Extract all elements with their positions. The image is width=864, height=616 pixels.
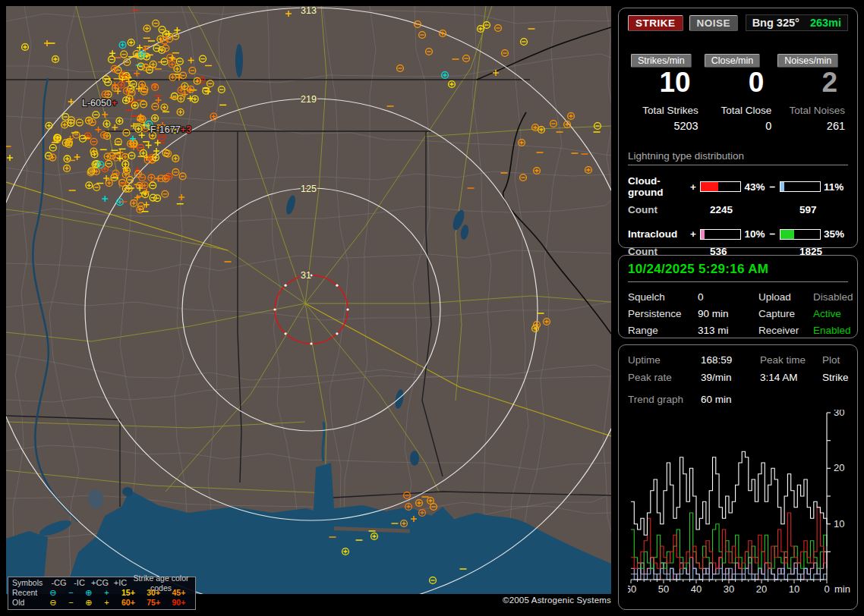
map-legend: Symbols -CG -IC +CG +IC Strike age color… [8, 577, 196, 610]
trend-chart: 1020306050403020100min [628, 410, 848, 602]
range-ring-label: 31 [301, 270, 311, 281]
bearing-value: Bng 325° [752, 17, 799, 29]
ic-neg-bar [780, 229, 821, 240]
cg-pos-bar [700, 181, 741, 192]
cg-pos-count: 2245 [710, 204, 799, 215]
svg-text:min: min [834, 583, 850, 595]
svg-text:0: 0 [824, 583, 829, 595]
strikes-per-min-value: 10 [631, 68, 698, 98]
close-per-min-value: 0 [705, 68, 772, 98]
range-ring-label: 313 [301, 6, 317, 16]
strike-toggle-button[interactable]: STRIKE [628, 15, 683, 31]
svg-text:30: 30 [834, 410, 844, 418]
bearing-readout: Bng 325° 263mi [746, 14, 848, 31]
cloud-ground-count-row: Count 2245 597 [628, 204, 848, 215]
pos-ic-old-icon: + [98, 598, 116, 608]
neg-ic-old-icon: − [62, 598, 80, 608]
peak-time-value: 3:14 AM [760, 372, 822, 383]
intracloud-label: Intracloud [628, 228, 689, 240]
pos-cg-recent-icon: ⊕ [80, 588, 98, 598]
trend-panel: Uptime 168:59 Peak time Plot Peak rate 3… [618, 344, 858, 610]
receiver-label: Receiver [758, 325, 813, 336]
ic-pos-pct: 10% [744, 228, 768, 240]
svg-text:20: 20 [834, 462, 844, 473]
plus-sign: + [689, 181, 697, 193]
capture-label: Capture [758, 308, 813, 319]
distribution-title: Lightning type distribution [628, 150, 848, 165]
status-panel: 10/24/2025 5:29:16 AM Squelch 0 Upload D… [618, 255, 858, 338]
cg-neg-bar [780, 181, 821, 192]
svg-text:50: 50 [658, 583, 669, 595]
plot-value: Strike [822, 372, 849, 383]
ic-neg-pct: 35% [824, 228, 848, 240]
trend-chart-canvas: 1020306050403020100min [628, 410, 856, 599]
total-noises-label: Total Noises [777, 105, 845, 116]
svg-text:10: 10 [789, 583, 799, 595]
minus-sign: − [769, 181, 777, 193]
uptime-value: 168:59 [701, 354, 760, 366]
upload-status: Disabled [813, 291, 853, 303]
squelch-value: 0 [698, 291, 758, 303]
bearing-distance: 263mi [810, 17, 841, 29]
range-value: 313 mi [698, 325, 758, 336]
svg-text:30: 30 [724, 583, 734, 595]
peak-rate-label: Peak rate [628, 372, 701, 383]
legend-col-pic: +IC [110, 578, 131, 588]
legend-recent-row: Recent ⊖ − ⊕ + 15+ 30+ 45+ [12, 588, 191, 598]
total-close-value: 0 [705, 120, 772, 132]
legend-header-row: Symbols -CG -IC +CG +IC Strike age color… [12, 578, 191, 588]
storm-cell-label: L-6050+ [82, 98, 117, 108]
capture-status: Active [813, 308, 853, 319]
receiver-status: Enabled [813, 325, 853, 336]
svg-text:40: 40 [691, 583, 702, 595]
svg-text:10: 10 [834, 518, 844, 530]
noises-per-min-value: 2 [777, 68, 845, 98]
strikes-per-min-column: Strikes/min 10 Total Strikes 5203 [628, 54, 702, 132]
persistence-label: Persistence [628, 308, 698, 319]
peak-rate-value: 39/min [701, 372, 760, 383]
age-15: 15+ [115, 588, 140, 598]
neg-cg-recent-icon: ⊖ [44, 588, 62, 598]
pos-cg-old-icon: ⊕ [80, 598, 98, 608]
legend-col-ncg: -CG [49, 578, 69, 588]
svg-text:60: 60 [628, 583, 636, 595]
intracloud-row: Intracloud + 10% − 35% [628, 228, 848, 240]
plot-label: Plot [822, 354, 849, 366]
age-90: 90+ [166, 598, 191, 608]
datetime-readout: 10/24/2025 5:29:16 AM [628, 262, 848, 282]
nexstorm-app: { "header": { "strike_btn": "STRIKE", "n… [0, 0, 864, 616]
legend-col-nic: -IC [69, 578, 90, 588]
range-ring-label: 125 [301, 184, 317, 194]
legend-old-row: Old ⊖ − ⊕ + 60+ 75+ 90+ [12, 598, 191, 608]
persistence-value: 90 min [698, 308, 758, 319]
trend-graph-label: Trend graph [628, 394, 701, 405]
storm-cell-label: F-1677+3 [150, 124, 191, 135]
total-strikes-label: Total Strikes [631, 105, 698, 116]
strikes-per-min-chip: Strikes/min [631, 54, 692, 68]
cg-neg-count: 597 [799, 204, 817, 215]
ic-pos-bar [700, 229, 741, 240]
total-noises-value: 261 [777, 120, 845, 132]
map-canvas[interactable]: L-6050+F-1677+331321912531 [6, 6, 611, 594]
legend-symbols-header: Symbols [12, 578, 49, 588]
legend-old-label: Old [12, 598, 44, 608]
neg-ic-recent-icon: − [62, 588, 80, 598]
age-75: 75+ [141, 598, 166, 608]
count-label: Count [628, 204, 710, 215]
cloud-ground-label: Cloud-ground [628, 175, 689, 198]
close-per-min-column: Close/min 0 Total Close 0 [702, 54, 775, 132]
strike-map[interactable]: L-6050+F-1677+331321912531 [6, 6, 611, 594]
upload-label: Upload [758, 291, 813, 303]
noises-per-min-chip: Noises/min [777, 54, 838, 68]
cloud-ground-row: Cloud-ground + 43% − 11% [628, 175, 848, 198]
close-per-min-chip: Close/min [705, 54, 761, 68]
total-close-label: Total Close [705, 105, 772, 116]
total-strikes-value: 5203 [631, 120, 698, 132]
legend-recent-label: Recent [12, 588, 44, 598]
uptime-label: Uptime [628, 354, 701, 366]
noises-per-min-column: Noises/min 2 Total Noises 261 [774, 54, 848, 132]
squelch-label: Squelch [628, 291, 698, 303]
legend-col-pcg: +CG [90, 578, 110, 588]
age-30: 30+ [141, 588, 166, 598]
noise-toggle-button[interactable]: NOISE [689, 15, 739, 31]
